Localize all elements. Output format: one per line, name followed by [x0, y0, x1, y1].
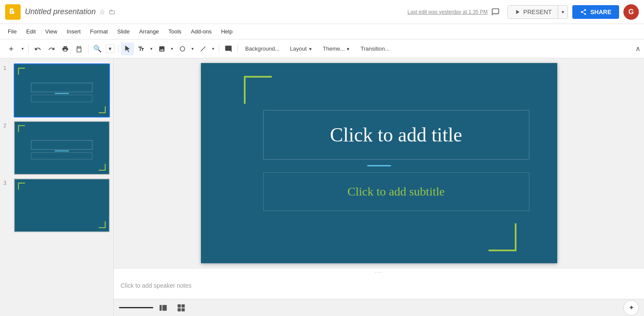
- cursor-button[interactable]: [121, 42, 134, 55]
- slide-preview-3[interactable]: [14, 178, 110, 232]
- text-box-button[interactable]: [135, 42, 148, 55]
- slide-number-2: 2: [3, 121, 10, 129]
- print-button[interactable]: [59, 42, 72, 55]
- toolbar: ▾ 🔍 ▾ ▾ ▾ ▾: [0, 39, 644, 58]
- add-button[interactable]: [3, 42, 19, 55]
- mini-divider-1: [55, 93, 69, 94]
- menu-arrange[interactable]: Arrange: [135, 27, 163, 36]
- svg-rect-11: [178, 308, 181, 311]
- canvas-area: Click to add title Click to add subtitle…: [114, 58, 644, 316]
- theme-button[interactable]: Theme...: [318, 43, 355, 54]
- background-button[interactable]: Background...: [240, 43, 284, 54]
- svg-rect-1: [13, 8, 15, 11]
- top-bar: Untitled presentation ☆ 🗀 Last edit was …: [0, 0, 644, 24]
- transition-button[interactable]: Transition...: [356, 43, 394, 54]
- mini-divider-2: [55, 150, 69, 151]
- slide-thumbnail-1[interactable]: 1: [0, 62, 113, 119]
- mini-corner-br-2: [99, 164, 106, 171]
- menu-addons[interactable]: Add-ons: [187, 27, 216, 36]
- menu-file[interactable]: File: [3, 27, 21, 36]
- slide-preview-2[interactable]: [14, 121, 110, 175]
- menu-view[interactable]: View: [41, 27, 61, 36]
- sep4: [219, 45, 219, 53]
- slide-preview-1[interactable]: [14, 63, 110, 117]
- sep5: [237, 45, 238, 53]
- image-dropdown[interactable]: ▾: [168, 42, 175, 55]
- svg-rect-12: [182, 308, 185, 311]
- shapes-button[interactable]: [176, 42, 189, 55]
- smart-compose-button[interactable]: ✦: [623, 300, 639, 316]
- mini-subtitle-box-1: [31, 95, 93, 102]
- svg-rect-4: [11, 12, 12, 12]
- present-dropdown[interactable]: ▾: [558, 6, 568, 18]
- svg-rect-2: [11, 10, 13, 10]
- slide-thumbnail-3[interactable]: 3: [0, 177, 113, 234]
- shapes-group: ▾: [176, 42, 196, 55]
- collapse-toolbar-button[interactable]: ∧: [635, 45, 641, 53]
- title-area: Untitled presentation ☆ 🗀: [25, 7, 399, 16]
- slide[interactable]: Click to add title Click to add subtitle: [201, 63, 557, 263]
- slide-progress-bar: [119, 307, 153, 308]
- slide-divider-line: [367, 165, 391, 166]
- slide-canvas: Click to add title Click to add subtitle: [114, 58, 644, 268]
- mini-subtitle-box-2: [31, 152, 93, 160]
- canvas-bottom-bar: ✦: [114, 299, 644, 316]
- menu-help[interactable]: Help: [217, 27, 237, 36]
- speaker-notes-placeholder[interactable]: Click to add speaker notes: [121, 282, 191, 289]
- svg-rect-7: [160, 305, 162, 310]
- present-button[interactable]: PRESENT ▾: [507, 5, 568, 19]
- doc-title[interactable]: Untitled presentation: [25, 7, 96, 16]
- svg-line-6: [201, 46, 206, 51]
- slide-number-1: 1: [3, 63, 10, 71]
- lines-dropdown[interactable]: ▾: [210, 42, 216, 55]
- slides-sidebar: 1 2 3: [0, 58, 114, 316]
- slide-panel-button[interactable]: [157, 301, 170, 314]
- slide-thumbnail-2[interactable]: 2: [0, 119, 113, 177]
- redo-button[interactable]: [45, 42, 58, 55]
- slide-subtitle-placeholder[interactable]: Click to add subtitle: [347, 185, 444, 199]
- menu-bar: File Edit View Insert Format Slide Arran…: [0, 24, 644, 39]
- menu-format[interactable]: Format: [86, 27, 112, 36]
- comments-button[interactable]: [488, 4, 503, 20]
- paint-format-button[interactable]: [73, 42, 85, 55]
- mini-corner-tl-3: [18, 183, 25, 190]
- shapes-dropdown[interactable]: ▾: [189, 42, 196, 55]
- share-button[interactable]: SHARE: [572, 5, 619, 19]
- menu-insert[interactable]: Insert: [62, 27, 85, 36]
- notes-drag-handle[interactable]: ···: [370, 268, 388, 277]
- mini-corner-br-3: [99, 221, 106, 228]
- svg-rect-9: [178, 304, 181, 307]
- menu-slide[interactable]: Slide: [113, 27, 134, 36]
- image-button[interactable]: [155, 42, 168, 55]
- comment-button[interactable]: [222, 42, 235, 55]
- grid-view-button[interactable]: [175, 301, 188, 314]
- layout-button[interactable]: Layout: [285, 43, 317, 54]
- slide-title-placeholder[interactable]: Click to add title: [330, 123, 462, 146]
- mini-title-box-2: [31, 140, 93, 150]
- lines-button[interactable]: [197, 42, 210, 55]
- zoom-control[interactable]: ▾: [106, 44, 115, 53]
- add-dropdown[interactable]: ▾: [19, 42, 26, 55]
- undo-button[interactable]: [31, 42, 44, 55]
- svg-point-5: [180, 46, 185, 51]
- svg-rect-10: [182, 304, 185, 307]
- zoom-out-button[interactable]: 🔍: [91, 42, 104, 55]
- svg-rect-8: [162, 305, 167, 310]
- zoom-level: ▾: [109, 45, 112, 52]
- text-box-dropdown[interactable]: ▾: [148, 42, 155, 55]
- menu-edit[interactable]: Edit: [22, 27, 40, 36]
- last-edit-text: Last edit was yesterday at 1:35 PM: [407, 9, 488, 15]
- user-avatar[interactable]: G: [623, 4, 639, 20]
- menu-tools[interactable]: Tools: [164, 27, 185, 36]
- app-logo: [5, 4, 21, 20]
- present-label: PRESENT: [523, 9, 552, 15]
- image-group: ▾: [155, 42, 175, 55]
- title-text-box[interactable]: Click to add title: [263, 110, 529, 160]
- star-icon[interactable]: ☆: [99, 8, 105, 16]
- present-main[interactable]: PRESENT: [508, 6, 558, 18]
- folder-icon[interactable]: 🗀: [109, 8, 115, 16]
- subtitle-text-box[interactable]: Click to add subtitle: [263, 172, 529, 211]
- corner-decoration-br: [489, 223, 516, 251]
- sep1: [28, 45, 29, 53]
- title-row: Untitled presentation ☆ 🗀: [25, 7, 399, 16]
